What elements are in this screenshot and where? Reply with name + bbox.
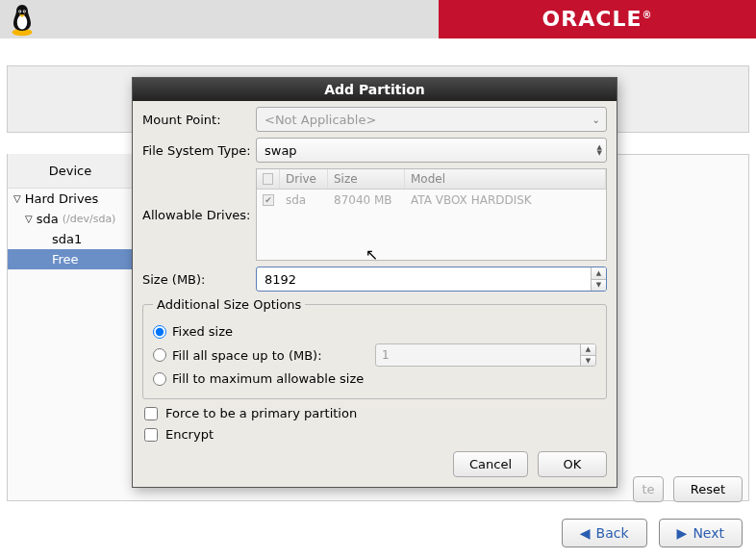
spin-up-icon[interactable]: ▲ (581, 344, 595, 356)
fs-type-label: File System Type: (142, 143, 256, 158)
partition-action-buttons: te Reset (633, 476, 743, 502)
size-spinner[interactable]: ▲▼ (591, 267, 606, 291)
header-bar: ORACLE® (0, 0, 756, 38)
drive-table-header: Drive Size Model (257, 169, 606, 190)
select-all-checkbox[interactable] (263, 173, 273, 185)
spin-down-icon[interactable]: ▼ (592, 280, 606, 292)
oracle-logo: ORACLE® (542, 7, 653, 32)
spin-down-icon[interactable]: ▼ (581, 356, 595, 367)
add-partition-dialog: Add Partition Mount Point: <Not Applicab… (132, 77, 617, 488)
mount-point-label: Mount Point: (142, 113, 256, 127)
size-label: Size (MB): (142, 272, 256, 287)
radio-fill-upto-input[interactable] (153, 348, 166, 362)
tree-hard-drives[interactable]: ▽Hard Drives (8, 189, 133, 209)
delete-button-fragment[interactable]: te (633, 476, 664, 502)
cancel-button[interactable]: Cancel (453, 451, 528, 477)
dialog-title: Add Partition (133, 78, 617, 101)
svg-point-5 (24, 11, 26, 13)
size-input[interactable] (257, 267, 591, 291)
size-options-group: Additional Size Options Fixed size Fill … (142, 297, 607, 399)
tree-free[interactable]: Free (8, 249, 133, 269)
updown-icon: ▲▼ (597, 144, 602, 156)
chevron-down-icon: ⌄ (592, 114, 600, 125)
next-button[interactable]: ▶Next (659, 519, 743, 547)
arrow-right-icon: ▶ (677, 525, 688, 541)
radio-fill-upto[interactable]: Fill all space up to (MB): ▲▼ (153, 343, 596, 367)
chevron-down-icon[interactable]: ▽ (25, 214, 33, 224)
drive-checkbox[interactable]: ✔ (263, 194, 274, 206)
oracle-banner: ORACLE® (439, 0, 756, 38)
encrypt-checkbox[interactable]: Encrypt (144, 427, 607, 442)
arrow-left-icon: ◀ (580, 525, 591, 541)
nav-buttons: ◀Back ▶Next (562, 519, 743, 547)
reset-button[interactable]: Reset (673, 476, 743, 502)
allowable-drives-table[interactable]: Drive Size Model ✔ sda 87040 MB ATA VBOX… (256, 168, 607, 261)
ok-button[interactable]: OK (538, 451, 607, 477)
fill-upto-input (376, 344, 580, 366)
radio-fill-max[interactable]: Fill to maximum allowable size (153, 371, 596, 386)
size-input-wrapper: ▲▼ (256, 267, 607, 292)
radio-fill-max-input[interactable] (153, 372, 166, 386)
device-tree: Device ▽Hard Drives ▽sda (/dev/sda) sda1… (8, 154, 133, 269)
tree-sda1[interactable]: sda1 (8, 229, 133, 249)
radio-fixed-size[interactable]: Fixed size (153, 324, 596, 339)
svg-point-4 (19, 11, 21, 13)
force-primary-input[interactable] (144, 407, 158, 420)
fs-type-combo[interactable]: swap ▲▼ (256, 138, 607, 163)
back-button[interactable]: ◀Back (562, 519, 647, 547)
tree-sda[interactable]: ▽sda (/dev/sda) (8, 209, 133, 229)
encrypt-input[interactable] (144, 428, 158, 442)
mount-point-combo[interactable]: <Not Applicable> ⌄ (256, 107, 607, 132)
device-column-header: Device (8, 154, 133, 189)
fill-upto-spinner[interactable]: ▲▼ (375, 343, 596, 367)
size-options-legend: Additional Size Options (153, 297, 305, 312)
tux-icon (8, 2, 37, 37)
drive-row-sda[interactable]: ✔ sda 87040 MB ATA VBOX HARDDISK (257, 190, 606, 211)
chevron-down-icon[interactable]: ▽ (13, 193, 21, 204)
allowable-drives-label: Allowable Drives: (142, 208, 256, 222)
spin-up-icon[interactable]: ▲ (592, 267, 606, 280)
force-primary-checkbox[interactable]: Force to be a primary partition (144, 406, 607, 420)
radio-fixed-input[interactable] (153, 325, 166, 339)
